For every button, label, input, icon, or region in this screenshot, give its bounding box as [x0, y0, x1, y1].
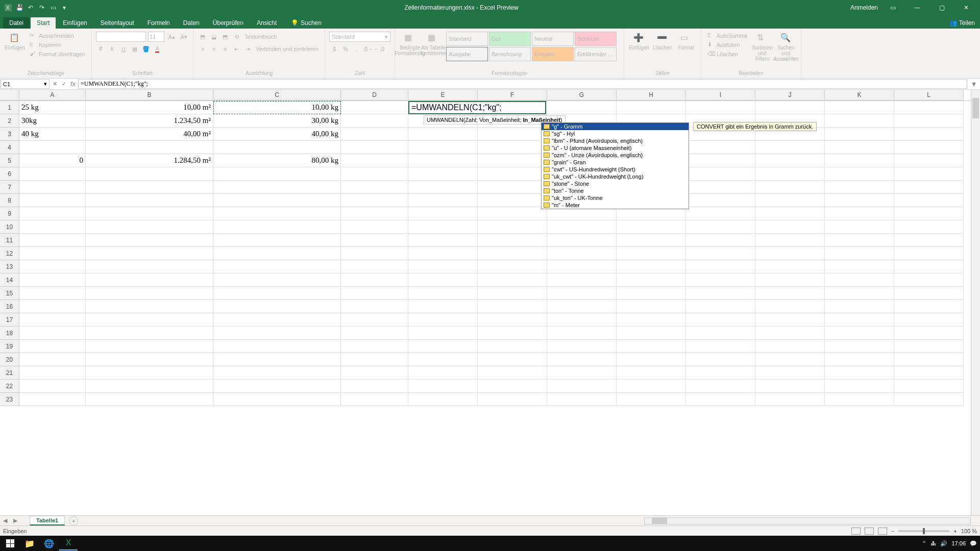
- cell-B16[interactable]: [86, 300, 213, 313]
- autocomplete-item[interactable]: "uk_ton" - UK-Tonne: [542, 194, 689, 202]
- cell-J11[interactable]: [755, 234, 825, 247]
- view-page-break-icon[interactable]: [878, 528, 887, 535]
- cell-I15[interactable]: [686, 287, 755, 300]
- cell-C7[interactable]: [213, 181, 341, 194]
- cell-F4[interactable]: [478, 141, 547, 154]
- cell-F16[interactable]: [478, 300, 547, 313]
- cell-C16[interactable]: [213, 300, 341, 313]
- cell-J1[interactable]: [755, 101, 825, 114]
- cell-I9[interactable]: [686, 207, 755, 220]
- cell-J19[interactable]: [755, 340, 825, 353]
- autocomplete-dropdown[interactable]: "g" - Gramm"sg" - Hyl"lbm" - Pfund (Avoi…: [541, 122, 689, 209]
- align-bottom-icon[interactable]: ⬒: [220, 32, 230, 42]
- cell-A20[interactable]: [19, 353, 86, 366]
- cell-B7[interactable]: [86, 181, 213, 194]
- cell-J13[interactable]: [755, 260, 825, 273]
- cell-K4[interactable]: [825, 141, 894, 154]
- tray-clock[interactable]: 17:06: [951, 540, 966, 546]
- cell-G20[interactable]: [547, 353, 617, 366]
- zoom-out-icon[interactable]: −: [891, 528, 894, 534]
- cell-K8[interactable]: [825, 194, 894, 207]
- decrease-decimal-icon[interactable]: ←.0: [374, 44, 384, 54]
- col-header-B[interactable]: B: [86, 90, 213, 101]
- tab-page-layout[interactable]: Seitenlayout: [94, 17, 140, 29]
- zoom-in-icon[interactable]: +: [953, 528, 957, 534]
- cell-A7[interactable]: [19, 181, 86, 194]
- cut-button[interactable]: ✂Ausschneiden: [28, 32, 87, 40]
- cell-I19[interactable]: [686, 340, 755, 353]
- cell-J12[interactable]: [755, 247, 825, 260]
- merge-center-button[interactable]: Verbinden und zentrieren: [254, 44, 321, 54]
- italic-icon[interactable]: K: [107, 44, 117, 54]
- cell-F5[interactable]: [478, 154, 547, 167]
- cell-L22[interactable]: [894, 380, 964, 393]
- col-header-D[interactable]: D: [341, 90, 408, 101]
- cell-D17[interactable]: [341, 313, 408, 327]
- cell-L18[interactable]: [894, 327, 964, 340]
- cell-E20[interactable]: [408, 353, 478, 366]
- cell-C14[interactable]: [213, 273, 341, 287]
- cell-A3[interactable]: 40 kg: [19, 128, 86, 141]
- view-normal-icon[interactable]: [851, 528, 861, 535]
- cell-I10[interactable]: [686, 220, 755, 234]
- cell-A14[interactable]: [19, 273, 86, 287]
- cell-B2[interactable]: 1.234,50 m²: [86, 114, 213, 128]
- cell-K19[interactable]: [825, 340, 894, 353]
- wrap-text-button[interactable]: Textumbruch: [242, 32, 279, 42]
- touch-mode-icon[interactable]: ▭: [49, 4, 57, 12]
- decrease-indent-icon[interactable]: ⇤: [231, 44, 241, 54]
- row-header-12[interactable]: 12: [0, 247, 19, 260]
- taskbar-edge-icon[interactable]: 🌐: [40, 536, 58, 550]
- cell-L1[interactable]: [894, 101, 964, 114]
- cell-L4[interactable]: [894, 141, 964, 154]
- cell-B14[interactable]: [86, 273, 213, 287]
- cell-E14[interactable]: [408, 273, 478, 287]
- cell-H23[interactable]: [617, 393, 686, 406]
- cell-B19[interactable]: [86, 340, 213, 353]
- cell-F3[interactable]: [478, 128, 547, 141]
- orientation-icon[interactable]: ⟲: [231, 32, 241, 42]
- cell-D2[interactable]: [341, 114, 408, 128]
- cell-E19[interactable]: [408, 340, 478, 353]
- cell-H18[interactable]: [617, 327, 686, 340]
- cell-A11[interactable]: [19, 234, 86, 247]
- cell-D20[interactable]: [341, 353, 408, 366]
- cell-E21[interactable]: [408, 366, 478, 380]
- cell-A22[interactable]: [19, 380, 86, 393]
- row-header-23[interactable]: 23: [0, 393, 19, 406]
- cell-D19[interactable]: [341, 340, 408, 353]
- undo-icon[interactable]: ↶: [27, 4, 35, 12]
- tray-network-icon[interactable]: 🖧: [930, 540, 936, 546]
- cell-I18[interactable]: [686, 327, 755, 340]
- cell-L13[interactable]: [894, 260, 964, 273]
- align-left-icon[interactable]: ≡: [198, 44, 208, 54]
- fill-color-icon[interactable]: 🪣: [141, 44, 151, 54]
- cell-F21[interactable]: [478, 366, 547, 380]
- cell-H16[interactable]: [617, 300, 686, 313]
- cell-C8[interactable]: [213, 194, 341, 207]
- cell-L5[interactable]: [894, 154, 964, 167]
- cell-H1[interactable]: [617, 101, 686, 114]
- cell-L14[interactable]: [894, 273, 964, 287]
- cell-C4[interactable]: [213, 141, 341, 154]
- cell-J6[interactable]: [755, 167, 825, 181]
- cell-E3[interactable]: [408, 128, 478, 141]
- cell-L16[interactable]: [894, 300, 964, 313]
- cell-K7[interactable]: [825, 181, 894, 194]
- cell-L8[interactable]: [894, 194, 964, 207]
- cell-D9[interactable]: [341, 207, 408, 220]
- cell-G13[interactable]: [547, 260, 617, 273]
- cell-J15[interactable]: [755, 287, 825, 300]
- cell-C3[interactable]: 40,00 kg: [213, 128, 341, 141]
- cell-E7[interactable]: [408, 181, 478, 194]
- cell-B13[interactable]: [86, 260, 213, 273]
- cell-I22[interactable]: [686, 380, 755, 393]
- sheet-nav-next-icon[interactable]: ▶: [10, 517, 20, 524]
- cell-D1[interactable]: [341, 101, 408, 114]
- cell-I14[interactable]: [686, 273, 755, 287]
- cell-L9[interactable]: [894, 207, 964, 220]
- signin-link[interactable]: Anmelden: [850, 4, 878, 11]
- cell-E6[interactable]: [408, 167, 478, 181]
- cell-F18[interactable]: [478, 327, 547, 340]
- increase-decimal-icon[interactable]: .0→: [363, 44, 373, 54]
